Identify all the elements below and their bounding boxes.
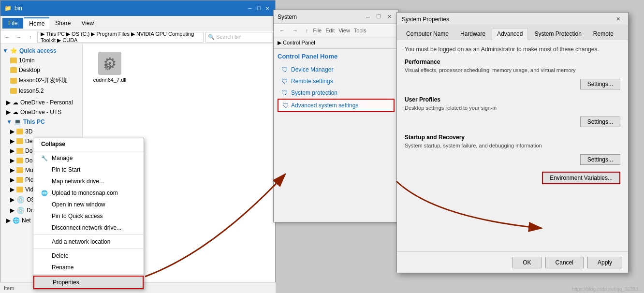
dialog-body: You must be logged on as an Administrato… [397,40,628,251]
ctx-pin-quick-access[interactable]: Pin to Quick access [33,210,144,222]
ctx-collapse[interactable]: Collapse [33,138,144,150]
manage-icon: 🔧 [41,155,48,161]
sidebar-item-lesson52[interactable]: lesson5.2 [0,86,82,96]
file-name-cudnn64: cudnn64_7.dll [93,77,127,83]
address-bar: ← → ↑ ▶ This PC ▶ OS (C:) ▶ Program File… [0,30,275,44]
sys-file-label: File [313,28,322,33]
ctx-add-network[interactable]: Add a network location [33,236,144,248]
user-profiles-title: User Profiles [405,96,620,103]
sidebar-onedrive-personal[interactable]: ▶☁OneDrive - Personal [0,98,82,107]
ribbon-tab-share[interactable]: Share [50,18,75,29]
search-box[interactable]: 🔍 Search bin [205,32,273,43]
explorer-title-icon: 📁 [4,5,12,12]
ok-button[interactable]: OK [512,257,541,268]
ctx-label-rename: Rename [52,264,73,271]
remote-settings-label: Remote settings [291,78,333,85]
up-button[interactable]: ↑ [26,32,35,42]
sys-edit-label: Edit [325,28,335,33]
apply-button[interactable]: Apply [587,257,622,268]
tab-computer-name[interactable]: Computer Name [401,28,454,40]
sidebar-thispc[interactable]: ▼💻This PC [0,117,82,127]
ctx-label-manage: Manage [52,155,73,161]
ctx-pin-start[interactable]: Pin to Start [33,164,144,176]
back-button[interactable]: ← [2,32,12,42]
system-title-bar: System ─ ☐ ✕ [274,10,398,24]
sys-tools-label: Tools [354,28,366,33]
forward-button[interactable]: → [14,32,24,42]
monosnap-icon: 🌐 [41,190,48,196]
user-profiles-desc: Desktop settings related to your sign-in [405,105,620,111]
dialog-tabs: Computer Name Hardware Advanced System P… [397,26,628,40]
ctx-upload-monosnap[interactable]: 🌐 Upload to monosnap.com [33,187,144,199]
sys-system-protection[interactable]: 🛡 System protection [278,87,395,99]
ctx-label-pin-quick: Pin to Quick access [52,213,102,220]
startup-recovery-desc: System startup, system failure, and debu… [405,143,620,148]
ctx-map-network[interactable]: Map network drive... [33,176,144,187]
ctx-label-map-network: Map network drive... [52,178,104,185]
sys-body: Control Panel Home 🛡 Device Manager 🛡 Re… [274,49,398,222]
ribbon-tab-view[interactable]: View [76,18,99,29]
sidebar-onedrive-uts[interactable]: ▶☁OneDrive - UTS [0,107,82,117]
user-profiles-settings-btn[interactable]: Settings... [580,117,620,127]
performance-settings-btn[interactable]: Settings... [580,79,620,89]
sidebar-item-desktop[interactable]: Desktop [0,65,82,75]
ctx-sep3 [33,249,144,249]
sidebar-item-10min[interactable]: 10min [0,56,82,65]
maximize-button[interactable]: ☐ [255,4,263,12]
address-path[interactable]: ▶ This PC ▶ OS (C:) ▶ Program Files ▶ NV… [37,32,204,43]
sys-back[interactable]: ← [277,27,288,34]
dialog-title-bar: System Properties ✕ [397,13,628,26]
sys-device-manager[interactable]: 🛡 Device Manager [278,64,395,75]
dialog-footer: OK Cancel Apply [397,251,628,273]
sys-forward[interactable]: → [290,27,301,34]
tab-advanced[interactable]: Advanced [492,28,528,40]
sys-toolbar: ← → ↑ File Edit View Tools [274,24,398,37]
ctx-label-collapse: Collapse [41,141,65,147]
dialog-close[interactable]: ✕ [613,14,623,25]
sys-address: ▶ Control Panel [274,37,398,49]
ctx-sep4 [33,274,144,275]
sys-remote-settings[interactable]: 🛡 Remote settings [278,75,395,87]
ctx-manage[interactable]: 🔧 Manage [33,152,144,164]
tab-hardware[interactable]: Hardware [455,28,491,40]
tab-system-protection[interactable]: System Protection [529,28,586,40]
dialog-title-text: System Properties [402,16,449,23]
ctx-label-pin-start: Pin to Start [52,166,80,173]
ctx-open-new-window[interactable]: Open in new window [33,199,144,210]
tab-remote[interactable]: Remote [588,28,619,40]
user-profiles-section: User Profiles Desktop settings related t… [405,96,620,127]
ctx-disconnect[interactable]: Disconnect network drive... [33,222,144,234]
sidebar-3d[interactable]: ▶3D [0,127,82,136]
sidebar-quick-access[interactable]: ▼⭐Quick access [0,46,82,56]
close-button[interactable]: ✕ [263,4,271,12]
sys-advanced-settings[interactable]: 🛡 Advanced system settings [278,99,395,112]
sidebar-item-lesson02[interactable]: lesson02-开发环境 [0,75,82,86]
watermark: https://blog.csdn.net/qq_36383... [572,287,642,292]
ctx-label-delete: Delete [52,252,69,259]
shield-icon-2: 🛡 [281,77,288,85]
context-menu: Collapse 🔧 Manage Pin to Start Map netwo… [33,138,144,290]
ctx-properties[interactable]: Properties [33,276,144,289]
environment-variables-btn[interactable]: Environment Variables... [542,172,620,184]
sys-minimize[interactable]: ─ [363,12,373,22]
cancel-button[interactable]: Cancel [545,257,584,268]
sys-view-label: View [338,28,350,33]
startup-recovery-settings-btn[interactable]: Settings... [580,154,620,165]
ctx-sep1 [33,151,144,151]
performance-desc: Visual effects, processor scheduling, me… [405,67,620,73]
minimize-button[interactable]: ─ [246,4,254,12]
sys-maximize[interactable]: ☐ [373,12,384,22]
system-title-text: System [278,14,297,20]
ribbon-tab-file[interactable]: File [2,18,23,29]
ribbon-tab-home[interactable]: Home [24,17,49,29]
ribbon: File Home Share View [0,16,275,30]
control-panel-home[interactable]: Control Panel Home [278,53,395,60]
ctx-rename[interactable]: Rename [33,262,144,273]
ctx-label-upload: Upload to monosnap.com [52,190,118,196]
ctx-label-add-network: Add a network location [52,238,110,245]
sys-close[interactable]: ✕ [384,12,395,22]
sys-up[interactable]: ↑ [303,27,311,34]
file-icon-gear: ⚙ ⚙ [98,52,121,75]
file-cudnn64[interactable]: ⚙ ⚙ cudnn64_7.dll [90,52,129,83]
ctx-delete[interactable]: Delete [33,250,144,262]
